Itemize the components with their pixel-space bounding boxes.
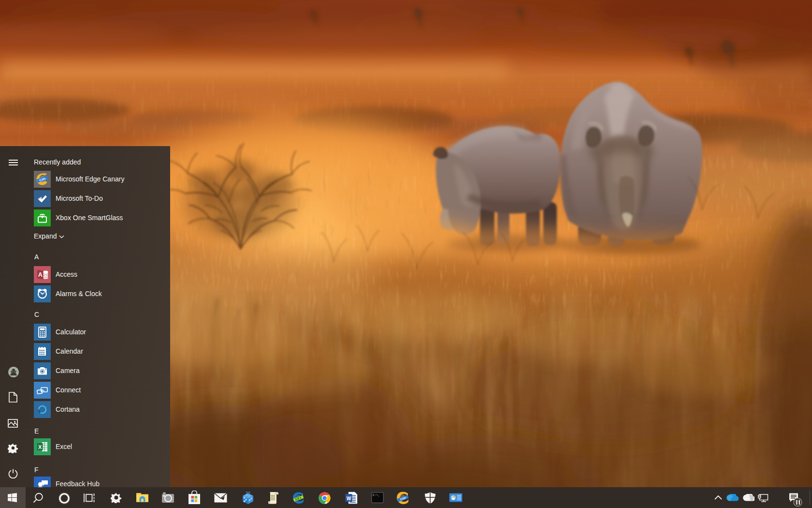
svg-text:X: X (38, 444, 42, 450)
svg-text:W: W (347, 496, 351, 501)
svg-text:C:\_: C:\_ (373, 493, 380, 497)
svg-text:A: A (38, 271, 43, 278)
